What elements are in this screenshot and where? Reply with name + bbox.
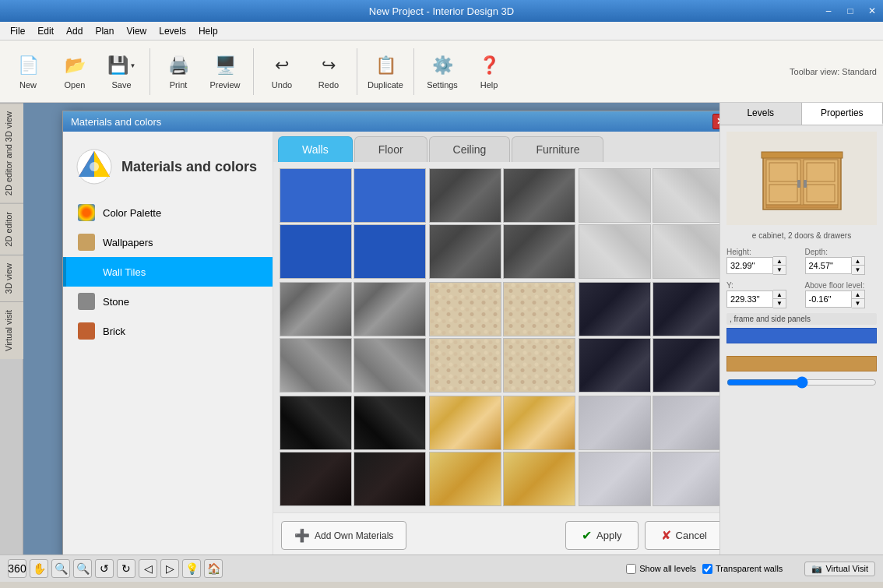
transparent-walls-check[interactable]: Transparent walls	[702, 564, 783, 574]
tile-item-speckle2[interactable]	[429, 282, 575, 393]
menu-plan[interactable]: Plan	[89, 24, 120, 38]
duplicate-label: Duplicate	[368, 80, 403, 90]
side-tab-2d-3d[interactable]: 2D editor and 3D view	[0, 103, 23, 203]
svg-point-1	[90, 162, 99, 171]
dialog-close-button[interactable]: ✕	[712, 114, 719, 129]
360-icon[interactable]: 360	[8, 559, 26, 578]
color-strip-wood[interactable]	[726, 356, 877, 371]
y-up-arrow[interactable]: ▲	[773, 290, 786, 299]
tile-item-speckle[interactable]	[429, 168, 575, 279]
height-input[interactable]	[726, 257, 773, 274]
save-label: Save	[111, 80, 131, 90]
height-up-arrow[interactable]: ▲	[773, 257, 786, 266]
rotate-cw-icon[interactable]: ↻	[117, 559, 135, 578]
undo-button[interactable]: ↩ Undo	[260, 49, 304, 93]
tile-item-gray-mix[interactable]	[579, 396, 719, 506]
y-down-arrow[interactable]: ▼	[773, 299, 786, 308]
tab-ceiling[interactable]: Ceiling	[429, 136, 511, 162]
title-bar: New Project - Interior Design 3D – □ ✕	[0, 0, 883, 22]
apply-button[interactable]: ✔ Apply	[565, 521, 639, 550]
property-slider[interactable]	[726, 376, 877, 389]
depth-property: Depth: ▲ ▼	[805, 248, 878, 275]
depth-input[interactable]	[805, 257, 852, 274]
preview-button[interactable]: 🖥️ Preview	[203, 49, 247, 93]
maximize-button[interactable]: □	[839, 0, 861, 22]
add-own-materials-button[interactable]: ➕ Add Own Materials	[281, 521, 406, 550]
menu-help[interactable]: Help	[192, 24, 224, 38]
print-button[interactable]: 🖨️ Print	[157, 49, 200, 93]
side-tab-virtual[interactable]: Virtual visit	[0, 301, 23, 359]
menu-edit[interactable]: Edit	[31, 24, 60, 38]
dialog-body: Materials and colors Color Palette Wallp…	[63, 132, 719, 555]
tile-item-granite1[interactable]	[280, 282, 426, 393]
dialog-title-bar: Materials and colors ✕	[63, 111, 719, 132]
color-strip-blue[interactable]	[726, 328, 877, 343]
sidebar-item-wallpapers[interactable]: Wallpapers	[63, 227, 273, 257]
menu-levels[interactable]: Levels	[153, 24, 192, 38]
help-icon: ❓	[477, 53, 501, 78]
show-all-levels-check[interactable]: Show all levels	[626, 564, 696, 574]
duplicate-button[interactable]: 📋 Duplicate	[364, 49, 407, 93]
tile-item-blue[interactable]	[280, 168, 426, 279]
redo-button[interactable]: ↪ Redo	[307, 49, 350, 93]
above-floor-input[interactable]	[805, 290, 852, 308]
pan-icon[interactable]: ✋	[30, 559, 48, 578]
svg-rect-3	[762, 152, 843, 158]
help-button[interactable]: ❓ Help	[467, 49, 511, 93]
height-input-wrap: ▲ ▼	[726, 256, 799, 275]
new-button[interactable]: 📄 New	[6, 49, 50, 93]
transparent-walls-checkbox[interactable]	[702, 564, 712, 574]
sidebar-item-wall-tiles[interactable]: Wall Tiles	[63, 257, 273, 287]
save-button[interactable]: 💾 ▼ Save	[100, 49, 143, 93]
side-tab-3d[interactable]: 3D view	[0, 255, 23, 301]
sidebar-item-brick[interactable]: Brick	[63, 316, 273, 346]
above-floor-down-arrow[interactable]: ▼	[852, 299, 864, 308]
toolbar-divider-2	[253, 48, 254, 95]
side-tab-2d[interactable]: 2D editor	[0, 203, 23, 255]
tab-floor[interactable]: Floor	[354, 136, 427, 162]
tile-item-cream[interactable]	[429, 396, 575, 506]
tab-furniture[interactable]: Furniture	[512, 136, 603, 162]
open-button[interactable]: 📂 Open	[53, 49, 97, 93]
tile-cell	[280, 396, 352, 450]
tab-walls[interactable]: Walls	[278, 136, 353, 162]
cancel-button[interactable]: ✘ Cancel	[645, 521, 719, 550]
zoom-in-icon[interactable]: 🔍	[73, 559, 92, 578]
tile-cell	[429, 338, 501, 393]
zoom-out-icon[interactable]: 🔍	[51, 559, 70, 578]
tile-cell	[653, 224, 719, 279]
above-floor-up-arrow[interactable]: ▲	[852, 290, 864, 299]
menu-add[interactable]: Add	[60, 24, 89, 38]
height-down-arrow[interactable]: ▼	[773, 266, 786, 274]
tab-levels[interactable]: Levels	[720, 103, 802, 125]
depth-down-arrow[interactable]: ▼	[852, 266, 864, 274]
dialog-main-panel: Walls Floor Ceiling Furniture	[273, 132, 719, 555]
sidebar-item-stone[interactable]: Stone	[63, 287, 273, 316]
menu-file[interactable]: File	[4, 24, 31, 38]
home-icon[interactable]: 🏠	[204, 559, 223, 578]
tile-cell	[503, 168, 575, 223]
wall-tiles-icon	[78, 263, 95, 280]
sidebar-item-label-wallpapers: Wallpapers	[103, 237, 153, 248]
settings-button[interactable]: ⚙️ Settings	[420, 49, 464, 93]
light-icon[interactable]: 💡	[182, 559, 201, 578]
close-button[interactable]: ✕	[861, 0, 883, 22]
tile-cell	[354, 396, 426, 450]
prev-icon[interactable]: ◁	[139, 559, 157, 578]
tile-item-dark-navy[interactable]	[579, 282, 719, 393]
depth-up-arrow[interactable]: ▲	[852, 257, 864, 266]
tile-item-lightgray[interactable]	[579, 168, 719, 279]
tile-item-black-marble[interactable]	[280, 396, 426, 506]
camera-icon: 📷	[811, 564, 822, 574]
rotate-ccw-icon[interactable]: ↺	[95, 559, 114, 578]
minimize-button[interactable]: –	[818, 0, 839, 22]
virtual-visit-btn[interactable]: 📷 Virtual Visit	[804, 562, 875, 576]
menu-view[interactable]: View	[120, 24, 153, 38]
tab-properties[interactable]: Properties	[802, 103, 884, 125]
show-all-levels-checkbox[interactable]	[626, 564, 636, 574]
y-input[interactable]	[726, 290, 773, 308]
sidebar-item-color-palette[interactable]: Color Palette	[63, 198, 273, 227]
right-panel-tabs: Levels Properties	[720, 103, 883, 125]
toolbar-view-label: Toolbar view: Standard	[790, 67, 877, 76]
next-icon[interactable]: ▷	[160, 559, 179, 578]
